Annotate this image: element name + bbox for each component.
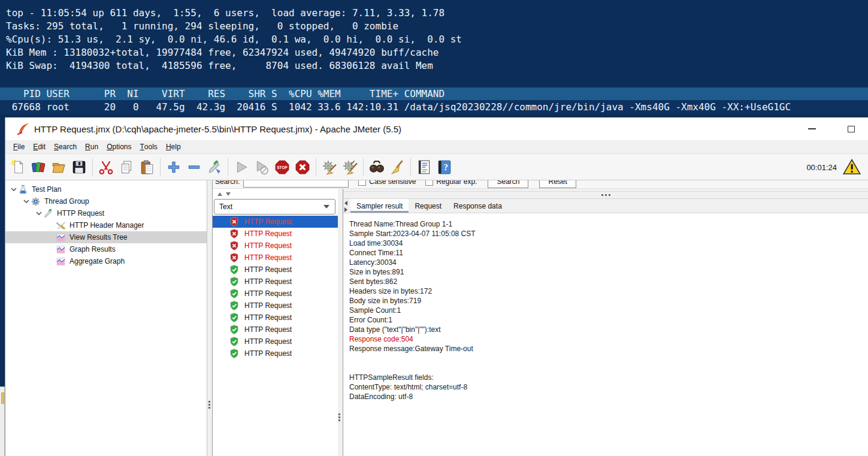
open-file-button[interactable] [49,157,68,177]
shutdown-button[interactable] [293,157,312,177]
view-mode-dropdown[interactable]: Text [214,199,335,215]
function-helper-button[interactable] [415,157,434,177]
add-button[interactable] [164,157,183,177]
shutdown-icon [295,159,310,175]
toolbar-separator [92,158,93,176]
tab-scroll-arrows[interactable] [344,201,347,212]
sampler-detail-line: DataEncoding: utf-8 [349,392,868,401]
menu-item-run[interactable]: Run [81,140,102,153]
tree-node-label: HTTP Header Manager [69,221,144,229]
sort-arrows[interactable] [213,189,338,199]
menu-item-help[interactable]: Help [162,140,185,153]
cut-button[interactable] [96,157,116,177]
remove-button[interactable] [185,157,204,177]
tree-node-thread-group[interactable]: Thread Group [5,195,207,207]
result-item-label: HTTP Request [244,218,292,226]
response-code-line: Response code:504 [349,334,868,344]
tree-node-graph-results[interactable]: Graph Results [5,243,207,255]
tree-splitter[interactable] [207,180,213,456]
tree-node-view-results-tree[interactable]: View Results Tree [5,231,207,243]
scroll-right-icon[interactable] [344,207,347,212]
clear-search-button[interactable] [388,157,407,177]
menu-item-tools[interactable]: Tools [136,140,162,153]
result-item-label: HTTP Request [244,349,292,358]
sort-down-icon[interactable] [226,192,231,196]
shield-success-icon [229,301,239,310]
clear-search-icon [389,159,405,175]
chevron-down-icon[interactable] [22,197,31,206]
result-item-6[interactable]: HTTP Request [213,276,338,288]
shield-success-icon [229,277,239,286]
menu-item-options[interactable]: Options [102,140,135,153]
menu-item-file[interactable]: File [9,140,29,153]
minimize-button[interactable] [799,117,825,140]
tree-node-http-header-manager[interactable]: HTTP Header Manager [5,219,207,231]
tab-sampler-result[interactable]: Sampler result [350,199,409,213]
search-input[interactable] [243,180,349,188]
terminal-line: KiB Mem : 13180032+total, 19977484 free,… [6,46,868,59]
search-button[interactable] [367,157,386,177]
warning-triangle-icon[interactable] [843,158,861,176]
result-item-label: HTTP Request [244,301,292,310]
search-label: Search: [215,180,240,186]
save-button[interactable] [69,157,89,177]
result-item-7[interactable]: HTTP Request [213,288,338,300]
templates-icon [31,159,46,175]
tab-request[interactable]: Request [409,199,447,213]
paste-button[interactable] [137,157,156,177]
stop-button[interactable]: STOP [273,157,292,177]
details-column: Sampler resultRequestResponse data Threa… [343,189,868,456]
result-item-4[interactable]: HTTP Request [213,252,338,264]
help-button[interactable]: ? [435,157,454,177]
menu-item-edit[interactable]: Edit [29,140,50,153]
result-item-8[interactable]: HTTP Request [213,300,338,312]
list-details-splitter[interactable] [338,189,343,456]
result-item-label: HTTP Request [244,277,292,286]
sort-up-icon[interactable] [217,192,222,196]
case-sensitive-checkbox[interactable] [358,180,366,186]
search-button[interactable]: Search [488,180,528,188]
window-title: HTTP Request.jmx (D:\cqh\apache-jmeter-5… [34,124,401,134]
result-item-1[interactable]: HTTP Request [213,216,338,228]
tree-node-test-plan[interactable]: Test Plan [5,183,207,195]
chevron-spacer [47,221,56,229]
result-item-9[interactable]: HTTP Request [213,312,338,324]
search-row-clipped: Search: Case sensitive Regular exp. Sear… [213,180,868,189]
toolbar-separator [316,158,316,176]
start-no-pauses-button[interactable] [252,157,271,177]
view-mode-value: Text [219,203,232,211]
remove-icon [186,159,202,175]
result-item-10[interactable]: HTTP Request [213,324,338,336]
search-icon [369,159,385,175]
copy-button[interactable] [117,157,136,177]
templates-button[interactable] [29,157,48,177]
tab-response-data[interactable]: Response data [447,199,508,213]
view-results-tree-panel: Search: Case sensitive Regular exp. Sear… [213,180,868,456]
chevron-down-icon[interactable] [9,185,18,194]
maximize-button[interactable] [838,117,864,140]
clear-button[interactable] [320,157,339,177]
details-horizontal-splitter[interactable] [343,192,868,199]
menu-item-search[interactable]: Search [50,140,81,153]
start-button[interactable] [232,157,251,177]
clear-all-button[interactable] [340,157,359,177]
tree-node-aggregate-graph[interactable]: Aggregate Graph [5,255,207,267]
toolbar-separator [160,158,161,176]
result-item-2[interactable]: HTTP Request [213,228,338,240]
new-file-button[interactable] [8,157,28,177]
test-plan-icon [18,185,28,195]
results-list-column: Text HTTP RequestHTTP RequestHTTP Reques… [213,189,338,456]
dropper-button[interactable] [205,157,224,177]
tree-node-http-request[interactable]: HTTP Request [5,207,207,219]
sampler-detail-line: Body size in bytes:719 [349,296,868,306]
paste-icon [139,159,155,175]
shield-error-icon [229,229,239,238]
chevron-down-icon[interactable] [34,209,43,218]
result-item-12[interactable]: HTTP Request [213,348,338,360]
scroll-left-icon[interactable] [344,201,347,206]
result-item-11[interactable]: HTTP Request [213,336,338,348]
regular-exp-checkbox[interactable] [425,180,433,186]
result-item-3[interactable]: HTTP Request [213,240,338,252]
reset-button[interactable]: Reset [539,180,576,188]
result-item-5[interactable]: HTTP Request [213,264,338,276]
